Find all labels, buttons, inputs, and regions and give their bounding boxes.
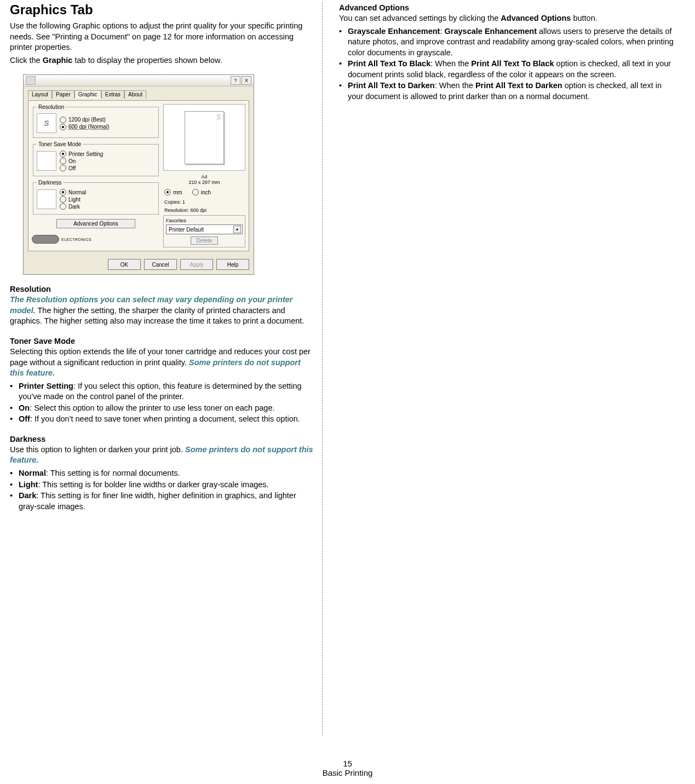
advanced-options-subhead: Advanced Options — [339, 3, 679, 12]
legend-resolution: Resolution — [37, 104, 66, 110]
radio-normal[interactable] — [60, 189, 66, 195]
favorites-dropdown[interactable]: Printer Default ▾ — [166, 224, 243, 234]
radio-1200[interactable] — [60, 117, 66, 123]
b: Off — [19, 414, 30, 423]
intro-para-1: Use the following Graphic options to adj… — [10, 21, 314, 53]
radio-off[interactable] — [60, 165, 66, 171]
radio-light[interactable] — [60, 196, 66, 203]
radio-mm[interactable] — [164, 189, 171, 195]
opt-on: On — [68, 158, 76, 164]
paper-size-label: A4 210 x 297 mm — [163, 174, 245, 185]
t: button. — [571, 14, 597, 22]
favorites-label: Favorites — [166, 218, 243, 223]
t: : When the — [430, 59, 471, 68]
b: On — [19, 403, 30, 412]
page-preview: S — [163, 104, 245, 171]
radio-inch[interactable] — [192, 189, 199, 195]
list-item: •Printer Setting: If you select this opt… — [10, 381, 314, 402]
opt-light: Light — [68, 197, 81, 203]
favorites-box: Favorites Printer Default ▾ Delete — [163, 215, 245, 247]
list-item: •Light: This setting is for bolder line … — [10, 480, 314, 491]
opt-1200: 1200 dpi (Best) — [68, 117, 106, 123]
t: : — [440, 27, 444, 36]
darkness-text: Use this option to lighten or darken you… — [10, 445, 185, 454]
unit-inch: inch — [201, 189, 211, 195]
printer-properties-dialog: ? X Layout Paper Graphic Extras About — [23, 74, 314, 275]
txt: tab to display the properties shown belo… — [72, 56, 222, 65]
opt-600: 600 dpi (Normal) — [68, 124, 109, 130]
txt: Click the — [10, 56, 43, 65]
b: Printer Setting — [19, 382, 73, 390]
close-icon[interactable]: X — [242, 76, 251, 85]
help-icon[interactable]: ? — [231, 76, 240, 85]
help-button[interactable]: Help — [216, 259, 249, 270]
b: Print All Text To Black — [348, 59, 430, 68]
b: Grayscale Enhancement — [445, 27, 537, 36]
t: : This setting is for normal documents. — [46, 469, 180, 477]
legend-darkness: Darkness — [37, 180, 63, 186]
resolution-thumb-icon: S — [37, 113, 56, 133]
list-item: •Print All Text to Darken: When the Prin… — [339, 80, 679, 102]
b: Light — [19, 480, 38, 489]
radio-printer-setting[interactable] — [60, 151, 66, 157]
b: Print All Text to Darken — [348, 81, 435, 90]
resolution-rest: The higher the setting, the sharper the … — [10, 306, 304, 326]
t: : When the — [435, 81, 475, 90]
tab-about[interactable]: About — [124, 90, 146, 99]
tab-layout[interactable]: Layout — [28, 90, 52, 99]
t: : This setting is for finer line width, … — [19, 491, 296, 511]
unit-mm: mm — [173, 189, 182, 195]
cancel-button[interactable]: Cancel — [144, 259, 177, 270]
advanced-options-button[interactable]: Advanced Options — [56, 219, 135, 228]
paper-a4: A4 — [163, 174, 245, 180]
b: Dark — [19, 491, 36, 500]
group-toner-save: Toner Save Mode Printer Setting On Off — [33, 141, 159, 176]
radio-600[interactable] — [60, 124, 66, 130]
page-number: 15 — [0, 759, 695, 768]
radio-on[interactable] — [60, 158, 66, 164]
preview-s-icon: S — [216, 113, 221, 121]
sys-icon — [26, 76, 36, 85]
graphics-tab-heading: Graphics Tab — [10, 2, 314, 18]
darkness-para: Use this option to lighten or darken you… — [10, 445, 314, 466]
dialog-titlebar: ? X — [24, 75, 254, 87]
t: : Select this option to allow the printe… — [30, 403, 274, 412]
b: Print All Text To Black — [471, 59, 554, 68]
page-footer: 15 Basic Printing — [0, 759, 695, 777]
apply-button[interactable]: Apply — [180, 259, 213, 270]
ok-button[interactable]: OK — [108, 259, 141, 270]
radio-dark[interactable] — [60, 203, 66, 210]
advanced-intro: You can set advanced settings by clickin… — [339, 13, 679, 24]
list-item: •Print All Text To Black: When the Print… — [339, 59, 679, 80]
tab-extras[interactable]: Extras — [101, 90, 124, 99]
resolution-subhead: Resolution — [10, 285, 314, 293]
samsung-logo: ELECTRONICS — [32, 235, 160, 244]
graphic-word: Graphic — [43, 56, 73, 65]
list-item: •Normal: This setting is for normal docu… — [10, 468, 314, 479]
darkness-thumb-icon — [37, 189, 56, 209]
tab-paper[interactable]: Paper — [52, 90, 74, 99]
favorites-value: Printer Default — [169, 227, 204, 233]
footer-label: Basic Printing — [323, 768, 373, 777]
opt-off: Off — [68, 165, 76, 171]
list-item: •Grayscale Enhancement: Grayscale Enhanc… — [339, 26, 679, 59]
toner-para: Selecting this option extends the life o… — [10, 347, 314, 379]
t: : This setting is for bolder line widths… — [38, 480, 268, 489]
b: Grayscale Enhancement — [348, 27, 440, 36]
resolution-line: Resolution: 600 dpi — [164, 207, 245, 213]
b: Normal — [19, 469, 46, 477]
paper-dim: 210 x 297 mm — [163, 180, 245, 185]
copies-line: Copies: 1 — [164, 199, 245, 205]
delete-button[interactable]: Delete — [191, 237, 219, 245]
tab-graphic[interactable]: Graphic — [74, 90, 101, 99]
opt-dark: Dark — [68, 204, 80, 210]
t: : If you don't need to save toner when p… — [30, 414, 300, 423]
opt-printer-setting: Printer Setting — [68, 151, 103, 157]
list-item: •Dark: This setting is for finer line wi… — [10, 491, 314, 512]
b: Advanced Options — [501, 14, 571, 22]
toner-thumb-icon — [37, 151, 56, 171]
dialog-tabs: Layout Paper Graphic Extras About — [28, 90, 249, 98]
list-item: •On: Select this option to allow the pri… — [10, 403, 314, 414]
chevron-down-icon: ▾ — [233, 226, 241, 233]
group-resolution: Resolution S 1200 dpi (Best) 600 dpi (No… — [33, 104, 159, 138]
